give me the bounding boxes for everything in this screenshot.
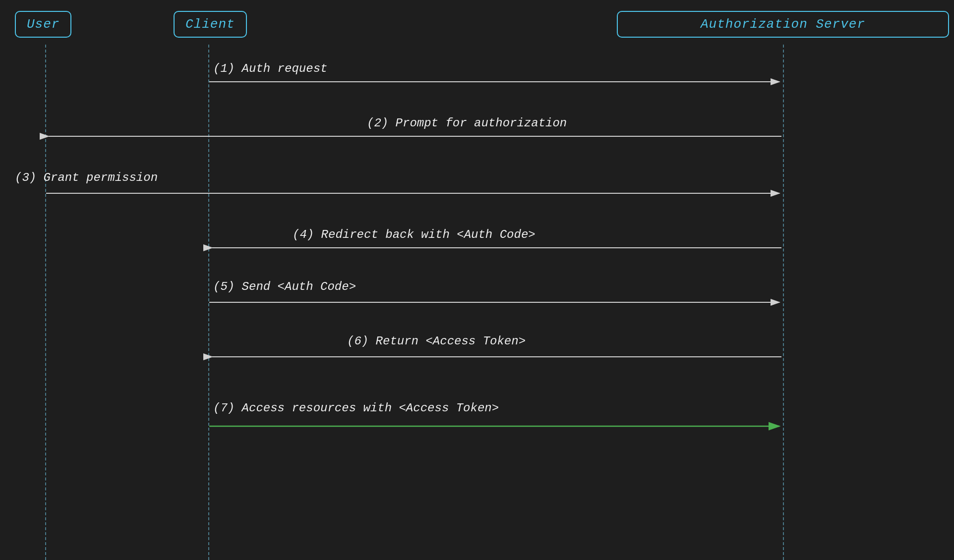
actor-auth-label: Authorization Server [701, 17, 865, 32]
arrow6-label: (6) Return <Access Token> [347, 335, 526, 348]
actor-client: Client [174, 11, 247, 38]
arrow1-label: (1) Auth request [213, 62, 327, 75]
arrows-svg [0, 0, 954, 560]
lifeline-user [45, 45, 46, 560]
lifeline-client [208, 45, 209, 560]
lifeline-auth [783, 45, 784, 560]
actor-client-label: Client [185, 17, 235, 32]
arrow5-label: (5) Send <Auth Code> [213, 280, 356, 293]
actor-user: User [15, 11, 71, 38]
arrow2-label: (2) Prompt for authorization [367, 116, 567, 130]
arrow4-label: (4) Redirect back with <Auth Code> [293, 228, 536, 241]
arrow7-label: (7) Access resources with <Access Token> [213, 401, 499, 415]
arrow3-label: (3) Grant permission [15, 171, 158, 184]
diagram-container: User Client Authorization Server (1) Aut… [0, 0, 954, 560]
actor-user-label: User [27, 17, 60, 32]
actor-auth: Authorization Server [617, 11, 949, 38]
